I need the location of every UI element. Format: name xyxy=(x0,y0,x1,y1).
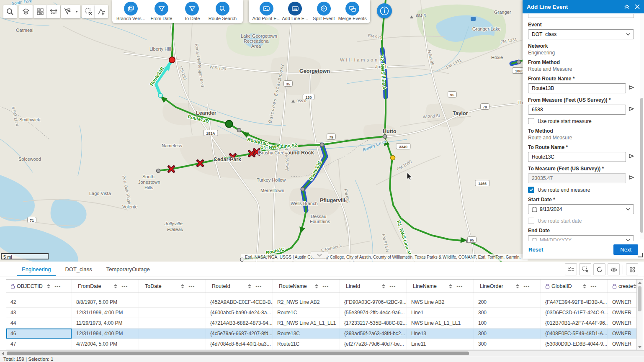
add-line-event-button[interactable]: Add Line E... xyxy=(281,2,310,21)
use-route-end-measure-row[interactable]: Use route end measure xyxy=(528,187,637,193)
column-menu-icon[interactable]: ••• xyxy=(389,284,396,289)
column-menu-icon[interactable]: ••• xyxy=(322,284,329,289)
use-route-end-measure-checkbox[interactable] xyxy=(528,187,534,193)
map-label: Williamson xyxy=(340,57,379,62)
clear-table-selection-button[interactable] xyxy=(579,263,591,275)
from-measure-input[interactable]: 6588 xyxy=(528,105,626,115)
sort-icon[interactable] xyxy=(47,284,50,288)
sort-icon[interactable] xyxy=(583,284,586,288)
tab-temporary-outage[interactable]: TemporaryOutage xyxy=(101,262,155,276)
column-menu-icon[interactable]: ••• xyxy=(121,284,128,289)
column-header[interactable]: LineId ••• xyxy=(340,280,407,293)
table-row[interactable]: 46 12/31/1994, 4:00 PM {4c5e79a6-6687-42… xyxy=(6,329,637,339)
search-button[interactable] xyxy=(3,5,17,18)
column-header[interactable]: OBJECTID ••• xyxy=(6,280,72,293)
select-tool-button[interactable] xyxy=(61,5,80,18)
column-header[interactable]: LineOrder ••• xyxy=(474,280,541,293)
attribution-collapse-tab[interactable] xyxy=(311,252,328,259)
toolbar-group-edit: Add Point E... Add Line E... Split Event… xyxy=(249,0,370,23)
column-menu-icon[interactable]: ••• xyxy=(188,284,195,289)
sort-icon[interactable] xyxy=(449,284,452,288)
layers-button[interactable] xyxy=(19,5,33,18)
sort-icon[interactable] xyxy=(181,284,184,288)
table-row[interactable]: 42 8/8/1987, 5:00 PM {452A9ABD-E0EF-4CEB… xyxy=(6,297,637,308)
table-options-button[interactable] xyxy=(626,263,638,275)
divider xyxy=(623,265,623,274)
column-menu-icon[interactable]: ••• xyxy=(456,284,463,289)
scroll-left-arrow[interactable] xyxy=(2,352,4,355)
column-header[interactable]: FromDate ••• xyxy=(72,280,139,293)
use-route-start-measure-row[interactable]: Use route start measure xyxy=(528,118,637,124)
end-date-input[interactable]: MM/DD/YYYY xyxy=(528,235,634,241)
column-menu-icon[interactable]: ••• xyxy=(523,284,530,289)
scroll-down-arrow[interactable] xyxy=(638,346,641,348)
show-selected-records-button[interactable] xyxy=(565,263,577,275)
sort-icon[interactable] xyxy=(382,284,385,288)
sort-icon[interactable] xyxy=(248,284,251,288)
column-header[interactable]: create ••• xyxy=(608,280,637,293)
zoom-to-selection-button[interactable] xyxy=(608,263,620,275)
column-menu-icon[interactable]: ••• xyxy=(54,284,61,289)
from-route-name-input[interactable]: Route13B xyxy=(528,83,626,93)
cell-objectid[interactable]: 46 xyxy=(6,329,72,339)
cell-objectid[interactable]: 42 xyxy=(6,297,72,307)
cell-objectid[interactable]: 43 xyxy=(6,308,72,318)
sort-icon[interactable] xyxy=(315,284,318,288)
select-route-button[interactable] xyxy=(95,5,108,18)
collapse-panel-button[interactable] xyxy=(624,4,630,9)
measure-button[interactable] xyxy=(47,5,60,18)
table-vertical-scrollbar[interactable] xyxy=(636,280,643,350)
table-horizontal-scrollbar[interactable] xyxy=(0,350,644,356)
info-button[interactable] xyxy=(377,3,392,18)
table-row[interactable]: 43 12/31/1999, 4:00 PM {4600abc5-ba90-4e… xyxy=(6,308,637,318)
pick-route-icon[interactable] xyxy=(629,153,634,159)
to-date-button[interactable]: To Date xyxy=(177,2,207,21)
panel-footer: Reset Next xyxy=(523,241,644,259)
scrollbar-thumb[interactable] xyxy=(640,98,643,233)
table-row[interactable]: 47 4/7/2004, 5:00 PM {4d7084c8-6cf4-40f1… xyxy=(6,339,637,349)
clear-selection-button[interactable] xyxy=(82,5,95,18)
column-header[interactable]: GlobalID ••• xyxy=(541,280,608,293)
pick-measure-icon[interactable] xyxy=(629,175,634,180)
column-menu-icon[interactable]: ••• xyxy=(255,284,262,289)
scroll-up-arrow[interactable] xyxy=(638,282,641,284)
to-route-name-label: To Route Name * xyxy=(528,144,637,150)
map-label: Cedar Park xyxy=(214,157,241,162)
panel-resize-handle[interactable] xyxy=(638,253,643,257)
sort-icon[interactable] xyxy=(516,284,519,288)
sort-icon[interactable] xyxy=(114,284,117,288)
cell-globalid: {03D6EC3D-61E7-424C-9... xyxy=(541,308,608,318)
basemap-button[interactable] xyxy=(33,5,47,18)
pick-route-icon[interactable] xyxy=(629,85,634,90)
event-select[interactable]: DOT_class xyxy=(528,29,634,39)
start-date-input[interactable]: 9/13/2024 xyxy=(528,204,634,214)
scrollbar-thumb[interactable] xyxy=(7,352,469,355)
scrollbar-thumb[interactable] xyxy=(638,286,641,311)
map-label: Turkey Hollow xyxy=(257,177,286,182)
split-event-button[interactable]: Split Event xyxy=(309,2,338,21)
add-point-event-button[interactable]: Add Point E... xyxy=(252,2,281,21)
column-header[interactable]: RouteName ••• xyxy=(273,280,340,293)
panel-scrollbar[interactable] xyxy=(640,14,644,239)
column-header[interactable]: LineName ••• xyxy=(407,280,474,293)
tab-engineering[interactable]: Engineering xyxy=(17,262,56,276)
close-panel-button[interactable] xyxy=(635,4,640,9)
use-route-start-measure-checkbox[interactable] xyxy=(528,118,534,124)
branch-versions-button[interactable]: Branch Vers... xyxy=(116,2,146,21)
pick-measure-icon[interactable] xyxy=(629,106,634,112)
refresh-button[interactable] xyxy=(593,263,605,275)
use-route-start-date-checkbox[interactable] xyxy=(528,218,534,224)
column-menu-icon[interactable]: ••• xyxy=(590,284,597,289)
next-button[interactable]: Next xyxy=(613,244,638,255)
table-row[interactable]: 44 11/29/1973, 4:00 PM {47214AB3-6882-48… xyxy=(6,318,637,329)
column-header[interactable]: ToDate ••• xyxy=(139,280,206,293)
route-search-button[interactable]: Route Search xyxy=(207,2,238,21)
from-date-button[interactable]: From Date xyxy=(146,2,177,21)
reset-link[interactable]: Reset xyxy=(528,246,613,253)
merge-events-button[interactable]: Merge Events xyxy=(338,2,367,21)
cell-objectid[interactable]: 47 xyxy=(6,339,72,349)
column-header[interactable]: RouteId ••• xyxy=(206,280,273,293)
to-route-name-input[interactable]: Route13C xyxy=(528,152,626,162)
tab-dot-class[interactable]: DOT_class xyxy=(60,262,97,276)
cell-objectid[interactable]: 44 xyxy=(6,318,72,328)
